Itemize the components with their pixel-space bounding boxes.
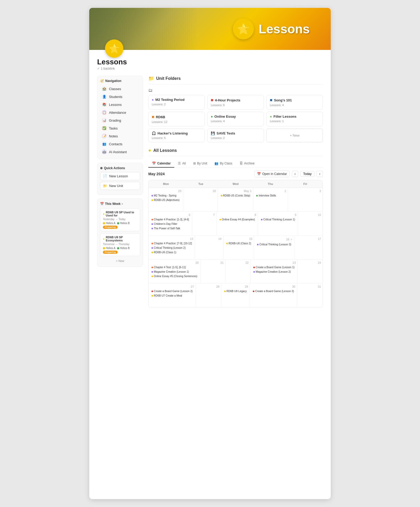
tab-calendar[interactable]: 📅 Calendar [148,160,174,168]
cal-cell-24[interactable]: 24 [298,260,323,283]
attendance-icon: 📋 [102,110,107,115]
folder-rd6b[interactable]: ■ RD6B Lessons: 12 [148,112,205,126]
folder-songs-101[interactable]: ■ Song's 101 Lessons: 4 [266,95,323,110]
folder-filler-lessons[interactable]: ● Filler Lessons Lessons: 1 [266,112,323,126]
event-critical-thinking-1[interactable]: Critical Thinking (Lesson 1) [260,218,296,221]
folder-m2-testing[interactable]: ● M2 Testing Period Lessons: 2 [148,95,205,110]
add-new-week-button[interactable]: + New [100,258,140,263]
cal-cell-22[interactable]: 22 [225,260,250,283]
event-ch4-test[interactable]: Chapter 4 Test: [1-5], [6-11] [150,265,199,269]
week-card-2[interactable]: ● RD6B U9 SP Ecosystems Tomorrow → Thurs… [100,233,140,256]
add-event-plus-16[interactable]: + [290,237,292,241]
event-online-essay-4[interactable]: Online Essay #4 (Examples) [218,218,256,221]
event-dot [151,199,153,201]
event-rd6b-adj[interactable]: RD6B-U5 (Adjectives) [150,198,181,202]
sidebar-item-students[interactable]: 👤 Students [100,93,140,101]
cal-cell-20[interactable]: 20 Chapter 4 Test: [1-5], [6-11] Magazin… [149,260,201,283]
event-dot [151,291,153,292]
event-magazine-1[interactable]: Magazine Creation (Lesson 1) [150,270,199,274]
cal-cell-7[interactable]: 7 [192,212,217,235]
tab-by-unit[interactable]: ⊞ By Unit [190,160,211,168]
folder-online-essay[interactable]: ● Online Essay Lessons: 4 [207,112,264,126]
event-board-game-2[interactable]: Create a Board Game (Lesson 2) [150,289,194,293]
calendar-link-icon: 📅 [257,172,261,176]
sidebar-item-contacts[interactable]: 👥 Contacts [100,140,140,148]
sidebar-item-ai-assistant[interactable]: 🤖 AI Assistant [100,148,140,156]
new-unit-button[interactable]: 📁 New Unit [100,182,140,190]
folder-hackers-listening[interactable]: 🎧 Hacker's Listening Lessons: 5 [148,128,205,142]
event-rd6b-legacy[interactable]: RD6B U8 Legacy [223,289,248,293]
week-row-1: 29 M2 Testing - Spring RD6B-U5 (Adjectiv… [149,188,323,212]
event-board-game-1[interactable]: Create a Board Game (Lesson 1) [252,265,296,269]
folder-4hour-projects[interactable]: ■ 4-Hour Projects Lessons: 6 [207,95,264,110]
cal-cell-29[interactable]: 29 M2 Testing - Spring RD6B-U5 (Adjectiv… [149,188,183,211]
cal-cell-3[interactable]: 3 [288,188,323,211]
cal-cell-14[interactable]: 14 [195,236,223,259]
event-board-game-3[interactable]: Create a Board Game (Lesson 3) [251,289,295,293]
sidebar-item-classes[interactable]: 🏫 Classes [100,85,140,93]
cal-cell-30[interactable]: 30 [183,188,218,211]
event-self-talk[interactable]: The Power of Self-Talk [150,226,190,230]
all-lessons-header: ● All Lessons [148,148,323,156]
cal-cell-31[interactable]: 31 [297,283,323,307]
backlink-arrow: ✓ [97,67,100,70]
next-month-button[interactable]: › [317,171,323,177]
event-magazine-2[interactable]: Magazine Creation (Lesson 2) [252,270,296,274]
folder-dot-orange: ■ [152,115,154,119]
event-dot [151,276,153,277]
tab-archive[interactable]: 🗄 Archive [236,160,258,168]
unit-folders-icon: 📁 [148,76,154,81]
event-m2-testing[interactable]: M2 Testing - Spring [150,194,181,198]
today-button[interactable]: Today [300,171,314,177]
cal-cell-28[interactable]: 28 [196,283,221,307]
cal-cell-9[interactable]: 9 Critical Thinking (Lesson 1) [258,212,298,235]
event-critical-thinking-2[interactable]: Critical Thinking (Lesson 2) [150,246,193,250]
event-rd6b-comic[interactable]: RD6B-U5 (Comic Strip) [219,194,252,198]
backlink[interactable]: ✓ 1 backlink [97,67,323,70]
week-card-1[interactable]: ● RD6B U9 SP Used to Used for Yesterday … [100,208,140,231]
cal-cell-30b[interactable]: 30 Create a Board Game (Lesson 3) [250,283,297,307]
event-online-essay-5[interactable]: Online Essay #5 (Closing Sentences) [150,274,199,278]
cal-cell-2[interactable]: 2 Interview Skills [253,188,288,211]
cal-cell-13[interactable]: 13 Chapter 4 Practice: [7-9], [10-12] Cr… [149,236,195,259]
sidebar-item-tasks[interactable]: ✅ Tasks [100,124,140,132]
cal-cell-may1[interactable]: May 1 RD6B-U5 (Comic Strip) [218,188,254,211]
status-badge-preparing-1: Preparing [103,226,118,229]
cal-cell-27[interactable]: 27 Create a Board Game (Lesson 2) RD6B U… [149,283,196,307]
cal-cell-17[interactable]: 17 [294,236,323,259]
week-card-2-classes: Helios A Helios B [103,247,137,250]
folder-dot-lightgreen: ● [270,115,272,118]
open-in-calendar-button[interactable]: 📅 Open in Calendar [254,170,290,177]
event-critical-thinking-3[interactable]: Critical Thinking (Lesson 3) [256,242,292,246]
new-folder-button[interactable]: + New [266,128,323,142]
tab-all[interactable]: ☰ All [174,160,189,168]
event-rd6b-u6-class1[interactable]: RD6B-U6 (Class 1) [150,250,193,254]
event-dot [226,243,228,244]
cal-cell-21[interactable]: 21 [201,260,225,283]
class-badge-helios-b: Helios B [117,222,130,225]
event-dot [261,219,262,220]
event-dot [219,219,221,220]
cal-cell-15[interactable]: 15 RD6B-U6 (Class 2) [223,236,254,259]
sidebar-item-grading[interactable]: 📊 Grading [100,116,140,124]
cal-cell-16[interactable]: 16 + Critical Thinking (Lesson 3) [254,236,294,259]
folder-save-tests[interactable]: 💾 SAVE Tests Lessons: 2 [207,128,264,142]
prev-month-button[interactable]: ‹ [292,171,298,177]
cal-cell-8[interactable]: 8 Online Essay #4 (Examples) [217,212,258,235]
sidebar-item-lessons[interactable]: 📚 Lessons [100,101,140,108]
event-ch4-practice-2[interactable]: Chapter 4 Practice: [7-9], [10-12] [150,241,193,245]
cal-cell-29b[interactable]: 29 RD6B U8 Legacy [221,283,250,307]
cal-cell-6[interactable]: 6 Chapter 4 Practice: [1-3], [4-6] Child… [149,212,192,235]
grading-icon: 📊 [102,118,107,123]
sidebar-item-attendance[interactable]: 📋 Attendance [100,108,140,116]
event-childrens-day[interactable]: Children's Day Filler [150,222,190,226]
tab-by-class[interactable]: 👥 By Class [211,160,236,168]
event-rd6b-meal[interactable]: RD6B U7 Create a Meal [150,294,194,298]
cal-cell-10[interactable]: 10 [298,212,323,235]
new-lesson-button[interactable]: 📄 New Lesson [100,172,140,180]
event-ch4-practice-1[interactable]: Chapter 4 Practice: [1-3], [4-6] [150,218,190,221]
event-interview[interactable]: Interview Skills [255,194,286,198]
cal-cell-23[interactable]: 23 Create a Board Game (Lesson 1) Magazi… [250,260,298,283]
sidebar-item-notes[interactable]: 📝 Notes [100,132,140,140]
event-rd6b-u6-class2[interactable]: RD6B-U6 (Class 2) [225,241,253,245]
